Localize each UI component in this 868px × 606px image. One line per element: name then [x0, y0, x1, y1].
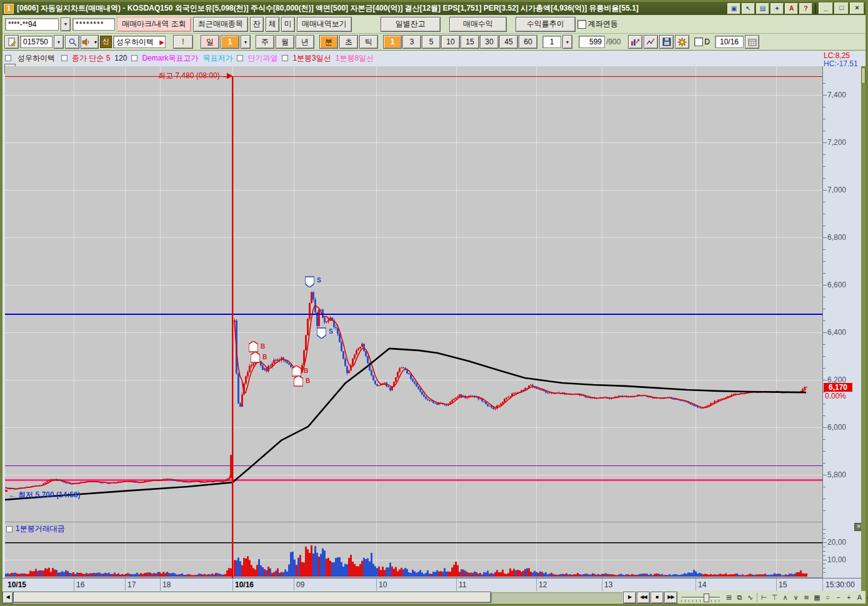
text-tool-button[interactable]: A [854, 592, 865, 603]
interval-5-button[interactable]: 5 [422, 35, 441, 49]
trade-history-button[interactable]: 매매내역보기 [297, 17, 352, 32]
interval-60-button[interactable]: 60 [519, 35, 537, 49]
legend-checkbox[interactable] [282, 55, 288, 61]
trend-tool-down-icon[interactable]: ∨ [791, 592, 801, 603]
horizontal-scrollbar-track[interactable] [491, 592, 622, 603]
bar-width-slider[interactable] [681, 592, 720, 603]
period-day-count-button[interactable]: 1 [221, 35, 239, 49]
filled-mini-button[interactable]: 체 [266, 17, 279, 32]
period-minute-button[interactable]: 분 [319, 35, 338, 49]
magnifier-icon[interactable]: ○ [822, 592, 833, 603]
interval-30-button[interactable]: 30 [480, 35, 499, 49]
help-icon[interactable]: ? [799, 3, 812, 14]
interval-10-button[interactable]: 10 [441, 35, 460, 49]
d-checkbox[interactable] [694, 37, 703, 46]
stock-name-field[interactable]: 성우하이텍▶ [113, 36, 166, 48]
daily-balance-button[interactable]: 일별잔고 [381, 17, 441, 32]
trade-profit-button[interactable]: 매매수익 [449, 17, 507, 32]
price-axis-tick [823, 392, 826, 392]
trade-chart-icon[interactable] [628, 35, 642, 49]
pin-window-icon[interactable]: ✦ [771, 3, 784, 14]
period-day-button[interactable]: 일 [201, 35, 219, 49]
time-axis-label: 10/16 [235, 580, 254, 589]
scroll-left-button[interactable]: ◀ [2, 592, 13, 604]
title-bar[interactable]: 1 [0606] 자동일지차트(매매내역) - KOSDAQ150 외국인보유[… [2, 2, 866, 15]
interval-dropdown-icon[interactable]: ▼ [562, 35, 572, 49]
cascade-windows-icon[interactable]: ⧉ [734, 592, 745, 603]
chart-legend: 성우하이텍종가 단순 5120Demark목표고가목표저가단기과열1분봉3일선1… [5, 52, 374, 64]
zoom-out-button[interactable]: − [833, 592, 844, 603]
trend-tool-top-icon[interactable]: ⊤ [769, 592, 780, 603]
vertical-scrollbar-thumb[interactable] [861, 67, 866, 84]
horizontal-scrollbar-thumb[interactable] [13, 592, 491, 603]
zoom-in-button[interactable]: + [844, 592, 854, 603]
account-select[interactable]: ****-**94 [5, 18, 59, 31]
unfilled-mini-button[interactable]: 미 [281, 17, 295, 32]
price-chart-canvas[interactable] [5, 66, 822, 578]
legend-checkbox[interactable] [61, 55, 67, 61]
minimize-button[interactable]: _ [819, 2, 833, 14]
legend-checkbox[interactable] [131, 55, 137, 61]
interval-3-button[interactable]: 3 [402, 35, 421, 49]
period-day-dropdown-icon[interactable]: ▼ [241, 35, 251, 49]
account-link-checkbox[interactable] [577, 20, 586, 29]
period-week-button[interactable]: 주 [256, 35, 274, 49]
vertical-scrollbar[interactable] [861, 66, 866, 591]
float-window-icon[interactable]: ↖ [742, 3, 755, 14]
trend-tool-left-icon[interactable]: ⊢ [759, 592, 769, 603]
interval-15-button[interactable]: 15 [461, 35, 479, 49]
chart-image-icon[interactable]: ▦ [812, 592, 822, 603]
trend-tool-up-icon[interactable]: ∧ [780, 592, 791, 603]
current-price-badge: 6,170 [824, 383, 852, 392]
period-tick-button[interactable]: 틱 [359, 35, 378, 49]
volume-legend-checkbox[interactable] [6, 526, 12, 532]
legend-checkbox[interactable] [5, 55, 11, 61]
fast-forward-button[interactable]: ▶▶ [664, 592, 677, 604]
stop-button[interactable]: ■ [651, 592, 664, 604]
maximize-button[interactable]: □ [834, 2, 849, 14]
interval-45-button[interactable]: 45 [499, 35, 518, 49]
bar-count-input[interactable]: 599 [579, 36, 605, 48]
close-button[interactable]: × [850, 2, 864, 14]
price-axis-tick [823, 261, 826, 262]
interval-1-button[interactable]: 1 [383, 35, 402, 49]
pattern-chart-icon[interactable]: ∿ [745, 592, 756, 603]
calendar-icon[interactable] [745, 35, 759, 49]
new-window-icon[interactable]: ⊞ [724, 592, 734, 603]
trade-mark-lookup-button[interactable]: 매매마크/내역 조회 [117, 17, 191, 32]
line-chart-icon[interactable] [644, 35, 658, 49]
font-size-icon[interactable]: A [785, 3, 798, 14]
date-input[interactable]: 10/16 [715, 36, 744, 48]
settings-gear-icon[interactable] [675, 35, 689, 49]
journal-icon[interactable] [4, 35, 19, 49]
snapshot-icon[interactable]: ▭ [865, 592, 868, 603]
password-field[interactable]: ******** [72, 18, 115, 31]
alert-button[interactable]: ! [173, 35, 193, 49]
copy-window-icon[interactable]: ▤ [756, 3, 769, 14]
price-axis[interactable]: 6,170 0.00% ✕ 7,4007,2007,0006,8006,6006… [822, 66, 862, 578]
symbol-toolbar: 015750 ▼ ▼ 신 성우하이텍▶ ! 일 1 ▼ 주 월 년 분 초 틱 … [2, 34, 866, 51]
stock-code-input[interactable]: 015750 [20, 36, 52, 48]
period-year-button[interactable]: 년 [296, 35, 314, 49]
toolbar-divider [757, 593, 757, 602]
speaker-icon[interactable]: ▼ [81, 35, 99, 49]
slider-thumb[interactable] [704, 594, 709, 602]
stock-code-dropdown-icon[interactable]: ▼ [54, 35, 64, 49]
account-dropdown-icon[interactable]: ▼ [61, 17, 71, 31]
time-axis[interactable]: 10/1516171810/160910111213141515:30:00 [2, 578, 861, 592]
rewind-button[interactable]: ◀◀ [637, 592, 650, 604]
play-button[interactable]: ▶ [623, 592, 636, 604]
legend-checkbox[interactable] [237, 55, 243, 61]
period-month-button[interactable]: 월 [276, 35, 294, 49]
signal-tool-icon[interactable]: ≋ [801, 592, 812, 603]
link-windows-icon[interactable]: ▣ [727, 3, 741, 14]
balance-mini-button[interactable]: 잔 [250, 17, 264, 32]
save-icon[interactable] [659, 35, 674, 49]
recent-trades-button[interactable]: 최근매매종목 [193, 17, 248, 32]
search-icon[interactable] [65, 35, 79, 49]
period-second-button[interactable]: 초 [339, 35, 358, 49]
volume-axis-tick [823, 547, 826, 547]
interval-input[interactable]: 1 [542, 36, 561, 48]
profit-trend-button[interactable]: 수익률추이 [516, 17, 576, 32]
price-axis-tick [823, 404, 826, 404]
